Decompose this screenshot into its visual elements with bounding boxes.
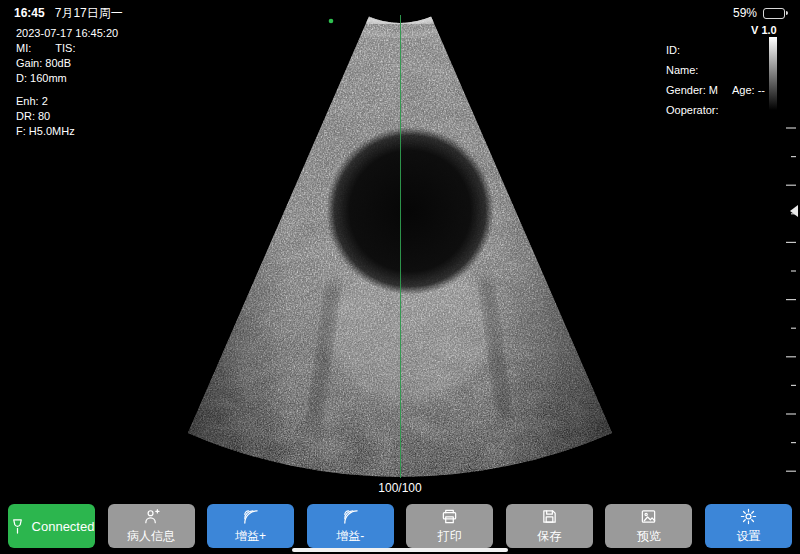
depth-value: D: 160mm: [16, 71, 118, 86]
gain-plus-button[interactable]: 增益+: [207, 504, 294, 548]
patient-id: ID:: [666, 40, 765, 60]
preview-icon: [640, 508, 657, 525]
status-bar-right: 59%: [733, 6, 788, 20]
frame-counter: 100/100: [0, 481, 800, 495]
save-label: 保存: [537, 528, 561, 545]
scan-parameters: 2023-07-17 16:45:20 MI:TIS: Gain: 80dB D…: [16, 26, 118, 139]
waves-icon: [242, 508, 259, 525]
app-version: V 1.0: [751, 24, 777, 36]
status-bar-left: 16:45 7月17日周一: [14, 5, 123, 22]
mi-tis-row: MI:TIS:: [16, 41, 118, 56]
gear-icon: [740, 508, 757, 525]
freq-value: F: H5.0MHz: [16, 124, 118, 139]
home-indicator[interactable]: [292, 548, 508, 552]
save-button[interactable]: 保存: [506, 504, 593, 548]
preview-button[interactable]: 预览: [605, 504, 692, 548]
battery-percent: 59%: [733, 6, 757, 20]
tis-label: TIS:: [55, 42, 75, 54]
printer-icon: [441, 508, 458, 525]
patient-age: Age: --: [732, 84, 765, 96]
depth-ruler: [776, 0, 800, 554]
clock: 16:45: [14, 6, 45, 20]
gain-plus-label: 增益+: [235, 528, 266, 545]
probe-icon: [9, 518, 26, 535]
date: 7月17日周一: [55, 5, 123, 22]
gender-age-row: Gender: MAge: --: [666, 80, 765, 100]
ultrasound-app: 16:45 7月17日周一 59%: [0, 0, 800, 554]
connected-label: Connected: [32, 519, 95, 534]
waves-icon: [342, 508, 359, 525]
bottom-toolbar: Connected 病人信息 增益+ 增益-: [0, 498, 800, 554]
patient-icon: [143, 508, 160, 525]
preview-label: 预览: [637, 528, 661, 545]
focus-marker-icon: [790, 205, 798, 217]
dr-value: DR: 80: [16, 109, 118, 124]
patient-info-overlay: ID: Name: Gender: MAge: -- Ooperator:: [666, 40, 765, 120]
mi-label: MI:: [16, 42, 31, 54]
settings-button[interactable]: 设置: [705, 504, 792, 548]
gain-minus-label: 增益-: [336, 528, 364, 545]
status-bar: 16:45 7月17日周一 59%: [0, 0, 800, 24]
save-icon: [541, 508, 558, 525]
battery-icon: [763, 8, 788, 19]
print-label: 打印: [438, 528, 462, 545]
gain-value: Gain: 80dB: [16, 56, 118, 71]
settings-label: 设置: [736, 528, 760, 545]
print-button[interactable]: 打印: [406, 504, 493, 548]
patient-gender: Gender: M: [666, 84, 718, 96]
patient-name: Name:: [666, 60, 765, 80]
connected-button[interactable]: Connected: [8, 504, 95, 548]
operator: Ooperator:: [666, 100, 765, 120]
scan-datetime: 2023-07-17 16:45:20: [16, 26, 118, 41]
gain-minus-button[interactable]: 增益-: [307, 504, 394, 548]
patient-info-label: 病人信息: [127, 528, 175, 545]
patient-info-button[interactable]: 病人信息: [108, 504, 195, 548]
enh-value: Enh: 2: [16, 94, 118, 109]
